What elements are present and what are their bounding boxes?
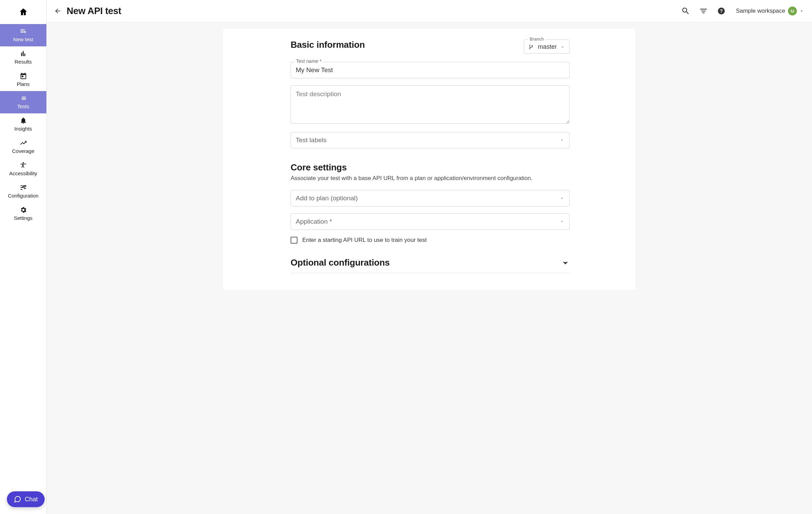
- branch-value: master: [538, 43, 557, 51]
- home-icon: [19, 7, 28, 17]
- trending-icon: [20, 139, 27, 147]
- accessibility-icon: [20, 161, 27, 169]
- test-labels-placeholder: Test labels: [296, 136, 327, 144]
- gear-icon: [20, 206, 27, 214]
- sidebar-item-accessibility[interactable]: Accessibility: [0, 158, 46, 180]
- filter-button[interactable]: [697, 4, 710, 18]
- starting-url-checkbox[interactable]: [291, 237, 297, 244]
- sidebar-label: Plans: [17, 81, 30, 87]
- core-settings-subtitle: Associate your test with a base API URL …: [291, 175, 569, 182]
- sidebar-item-plans[interactable]: Plans: [0, 69, 46, 91]
- optional-config-title: Optional configurations: [291, 257, 390, 268]
- back-button[interactable]: [53, 6, 63, 16]
- dropdown-icon: [560, 45, 565, 49]
- sidebar-label: Insights: [14, 126, 32, 132]
- search-button[interactable]: [679, 4, 692, 18]
- sidebar-item-insights[interactable]: Insights: [0, 113, 46, 136]
- list-icon: [20, 94, 27, 102]
- git-branch-icon: [528, 44, 534, 50]
- calendar-icon: [20, 72, 27, 80]
- help-icon: ?: [717, 7, 725, 15]
- sidebar-item-new-test[interactable]: New test: [0, 24, 46, 46]
- branch-selector[interactable]: Branch master: [524, 40, 569, 54]
- dropdown-icon: [560, 138, 564, 143]
- optional-config-toggle[interactable]: Optional configurations: [291, 257, 569, 273]
- chat-widget[interactable]: Chat: [7, 491, 45, 507]
- bell-icon: [20, 117, 27, 124]
- filter-icon: [699, 7, 708, 15]
- plan-select[interactable]: Add to plan (optional): [291, 190, 569, 206]
- sidebar-item-configuration[interactable]: Configuration: [0, 180, 46, 203]
- sidebar-home[interactable]: [0, 0, 46, 24]
- sidebar-label: New test: [13, 36, 33, 42]
- test-name-input[interactable]: [291, 62, 569, 78]
- sidebar-item-settings[interactable]: Settings: [0, 203, 46, 225]
- new-test-icon: [20, 27, 27, 35]
- workspace-name: Sample workspace: [736, 8, 785, 14]
- avatar: M: [788, 7, 797, 15]
- sidebar-label: Results: [14, 59, 32, 65]
- chat-icon: [14, 495, 21, 503]
- arrow-left-icon: [54, 7, 61, 15]
- dropdown-icon: [560, 219, 564, 224]
- plan-placeholder: Add to plan (optional): [296, 194, 358, 202]
- search-icon: [681, 7, 690, 15]
- core-settings-title: Core settings: [291, 162, 569, 173]
- sidebar-item-results[interactable]: Results: [0, 46, 46, 69]
- sidebar-label: Configuration: [8, 193, 38, 199]
- sidebar: New test Results Plans Tests Insights Co…: [0, 0, 47, 514]
- help-button[interactable]: ?: [714, 4, 728, 18]
- application-select[interactable]: Application *: [291, 213, 569, 230]
- svg-text:?: ?: [720, 8, 723, 14]
- basic-info-title: Basic information: [291, 40, 365, 50]
- sidebar-label: Settings: [14, 215, 32, 221]
- tune-icon: [20, 184, 27, 191]
- form-card: Basic information Branch master Test nam…: [223, 29, 635, 290]
- chevron-down-icon: [561, 259, 569, 267]
- chat-label: Chat: [25, 496, 38, 503]
- page-title: New API test: [67, 6, 121, 16]
- application-placeholder: Application *: [296, 218, 332, 225]
- starting-url-label: Enter a starting API URL to use to train…: [302, 237, 427, 244]
- test-description-input[interactable]: [291, 85, 569, 124]
- sidebar-label: Tests: [17, 103, 29, 109]
- sidebar-label: Coverage: [12, 148, 34, 154]
- caret-down-icon: [800, 9, 804, 13]
- topbar: New API test ? Sample workspace M: [47, 0, 812, 22]
- sidebar-label: Accessibility: [9, 170, 37, 176]
- test-name-label: Test name *: [295, 58, 323, 64]
- test-labels-select[interactable]: Test labels: [291, 132, 569, 148]
- sidebar-item-coverage[interactable]: Coverage: [0, 136, 46, 158]
- workspace-selector[interactable]: Sample workspace M: [736, 7, 804, 15]
- dropdown-icon: [560, 196, 564, 201]
- sidebar-item-tests[interactable]: Tests: [0, 91, 46, 113]
- bar-chart-icon: [20, 50, 27, 57]
- branch-label: Branch: [528, 36, 545, 42]
